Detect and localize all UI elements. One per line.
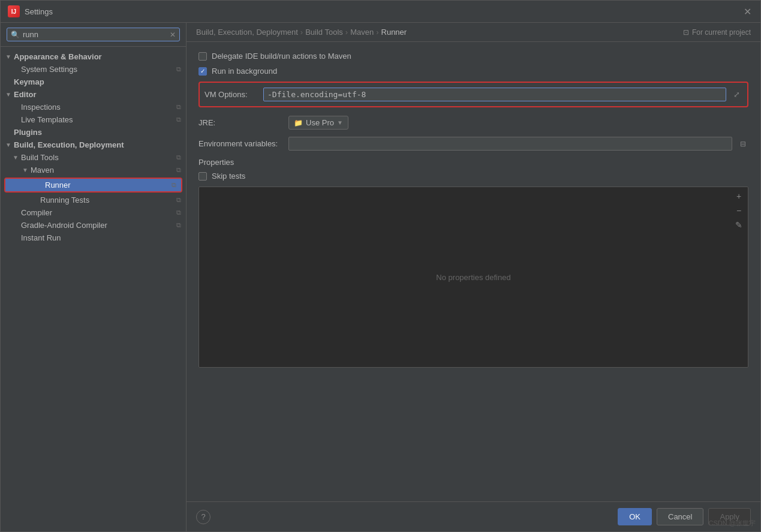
sidebar-item-instant-run[interactable]: Instant Run	[1, 232, 186, 244]
sidebar-item-runner[interactable]: Runner ⧉	[5, 179, 181, 191]
arrow-icon: ▼	[22, 167, 31, 173]
vm-options-input[interactable]	[263, 88, 726, 101]
breadcrumb-sep-2: ›	[345, 28, 348, 37]
search-input-wrapper[interactable]: 🔍 ✕	[7, 28, 180, 41]
dialog-body: 🔍 ✕ ▼ Appearance & Behavior System Setti…	[1, 23, 760, 531]
sidebar-item-label: Maven	[31, 166, 176, 175]
folder-icon: 📁	[294, 119, 303, 127]
copy-icon: ⧉	[176, 221, 181, 229]
sidebar-item-label: System Settings	[21, 65, 176, 74]
close-button[interactable]: ✕	[741, 5, 753, 17]
sidebar-item-label: Build Tools	[21, 153, 176, 162]
bottom-bar: ? OK Cancel Apply	[187, 501, 760, 531]
sidebar-item-label: Runner	[45, 181, 172, 190]
for-current-project: ⊡ For current project	[683, 28, 751, 37]
title-bar-left: IJ Settings	[8, 5, 53, 17]
cancel-button[interactable]: Cancel	[657, 508, 703, 525]
skip-tests-row: Skip tests	[198, 172, 748, 181]
runner-outline: Runner ⧉	[4, 178, 182, 193]
sidebar-item-editor[interactable]: ▼ Editor	[1, 88, 186, 101]
vm-expand-button[interactable]: ⤢	[731, 89, 742, 100]
main-content: Build, Execution, Deployment › Build Too…	[187, 23, 760, 531]
arrow-icon: ▼	[5, 91, 14, 98]
sidebar-item-system-settings[interactable]: System Settings ⧉	[1, 63, 186, 76]
edit-property-button[interactable]: ✎	[732, 218, 745, 232]
app-icon: IJ	[8, 5, 20, 17]
sidebar-item-label: Editor	[14, 90, 181, 99]
delegate-checkbox-row: Delegate IDE build/run actions to Maven	[198, 52, 748, 61]
nav-tree: ▼ Appearance & Behavior System Settings …	[1, 47, 186, 531]
watermark: CSDN @张世宇	[709, 519, 756, 528]
env-label: Environment variables:	[198, 139, 282, 148]
properties-toolbar: + − ✎	[730, 187, 748, 234]
delegate-label: Delegate IDE build/run actions to Maven	[212, 52, 351, 61]
arrow-icon: ▼	[13, 154, 21, 161]
copy-icon: ⧉	[176, 116, 181, 124]
vm-options-section: VM Options: ⤢	[198, 82, 748, 107]
sidebar-item-keymap[interactable]: Keymap	[1, 76, 186, 88]
sidebar-item-gradle-android[interactable]: Gradle-Android Compiler ⧉	[1, 219, 186, 232]
breadcrumb-part-3: Maven	[350, 28, 374, 37]
sidebar-item-running-tests[interactable]: Running Tests ⧉	[1, 194, 186, 206]
breadcrumb-part-2: Build Tools	[305, 28, 343, 37]
sidebar-item-maven[interactable]: ▼ Maven ⧉	[1, 164, 186, 176]
breadcrumb-current: Runner	[381, 28, 407, 37]
remove-property-button[interactable]: −	[732, 204, 745, 217]
settings-dialog: IJ Settings ✕ 🔍 ✕ ▼ Appearance & Behavio…	[0, 0, 761, 532]
env-expand-button[interactable]: ⊟	[738, 138, 748, 150]
skip-tests-label: Skip tests	[212, 172, 245, 181]
arrow-icon: ▼	[5, 53, 14, 60]
no-properties-message: No properties defined	[199, 187, 748, 367]
sidebar-item-live-templates[interactable]: Live Templates ⧉	[1, 113, 186, 126]
run-bg-checkbox[interactable]	[198, 67, 207, 76]
copy-icon: ⧉	[176, 166, 181, 174]
sidebar-item-plugins[interactable]: Plugins	[1, 126, 186, 139]
sidebar: 🔍 ✕ ▼ Appearance & Behavior System Setti…	[1, 23, 187, 531]
properties-area: + − ✎ No properties defined	[198, 187, 748, 368]
sidebar-item-build-tools[interactable]: ▼ Build Tools ⧉	[1, 151, 186, 164]
window-title: Settings	[25, 7, 53, 16]
breadcrumb-sep-1: ›	[300, 28, 303, 37]
arrow-icon: ▼	[5, 142, 14, 148]
sidebar-item-build-exec-deploy[interactable]: ▼ Build, Execution, Deployment	[1, 139, 186, 151]
delegate-checkbox[interactable]	[198, 52, 207, 61]
sidebar-item-label: Gradle-Android Compiler	[21, 221, 176, 230]
for-current-project-label: For current project	[692, 28, 751, 37]
sidebar-item-inspections[interactable]: Inspections ⧉	[1, 101, 186, 113]
jre-select[interactable]: 📁 Use Pro ▼	[288, 116, 348, 130]
properties-section: Properties Skip tests + − ✎ No propert	[198, 158, 748, 368]
copy-icon: ⧉	[176, 65, 181, 73]
copy-icon: ⧉	[176, 103, 181, 111]
search-clear-icon[interactable]: ✕	[170, 31, 176, 39]
env-input[interactable]	[288, 137, 732, 151]
sidebar-item-appearance[interactable]: ▼ Appearance & Behavior	[1, 50, 186, 63]
content-area: Delegate IDE build/run actions to Maven …	[187, 42, 760, 501]
sidebar-item-label: Instant Run	[21, 233, 181, 242]
breadcrumb: Build, Execution, Deployment › Build Too…	[196, 28, 407, 37]
breadcrumb-bar: Build, Execution, Deployment › Build Too…	[187, 23, 760, 42]
sidebar-item-label: Plugins	[14, 128, 181, 137]
copy-icon: ⧉	[172, 181, 176, 189]
vm-options-label: VM Options:	[204, 90, 258, 99]
add-property-button[interactable]: +	[732, 190, 745, 203]
help-button[interactable]: ?	[196, 510, 210, 524]
sidebar-item-label: Inspections	[21, 103, 176, 112]
ok-button[interactable]: OK	[618, 508, 652, 525]
title-bar: IJ Settings ✕	[1, 1, 760, 23]
run-bg-checkbox-row: Run in background	[198, 67, 748, 76]
skip-tests-checkbox[interactable]	[198, 172, 207, 181]
copy-icon: ⧉	[176, 209, 181, 217]
sidebar-item-compiler[interactable]: Compiler ⧉	[1, 206, 186, 219]
sidebar-item-label: Live Templates	[21, 115, 176, 124]
properties-label: Properties	[198, 158, 748, 167]
project-icon: ⊡	[683, 28, 689, 37]
run-bg-label: Run in background	[212, 67, 277, 76]
sidebar-item-label: Running Tests	[40, 196, 176, 205]
jre-label: JRE:	[198, 118, 282, 127]
jre-value: Use Pro	[306, 118, 334, 127]
sidebar-item-label: Appearance & Behavior	[14, 52, 181, 61]
breadcrumb-part-1: Build, Execution, Deployment	[196, 28, 298, 37]
search-input[interactable]	[23, 30, 167, 39]
search-box: 🔍 ✕	[1, 23, 186, 47]
copy-icon: ⧉	[176, 154, 181, 161]
